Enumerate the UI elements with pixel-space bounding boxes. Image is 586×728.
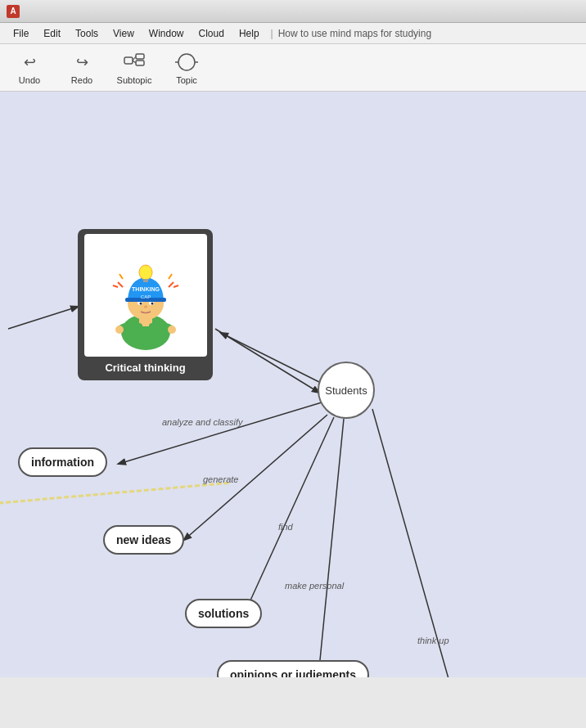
svg-line-30 (113, 285, 118, 287)
svg-line-13 (319, 419, 344, 668)
menu-view[interactable]: View (106, 26, 141, 41)
solutions-node[interactable]: solutions (185, 599, 262, 628)
help-text: How to use mind maps for studying (278, 28, 431, 39)
topic-icon (175, 51, 198, 74)
opinions-node[interactable]: opinions or judjements (217, 660, 369, 677)
menu-edit[interactable]: Edit (37, 26, 67, 41)
svg-line-31 (119, 274, 123, 279)
svg-point-27 (139, 265, 152, 280)
svg-point-23 (144, 306, 147, 308)
edge-label-analyze: analyze and classify (162, 417, 242, 427)
svg-point-5 (178, 54, 195, 70)
edge-label-make-personal: make personal (285, 581, 344, 591)
students-label: Students (325, 384, 367, 397)
titlebar: A (0, 0, 586, 23)
svg-line-10 (119, 402, 322, 464)
mindmap-canvas[interactable]: THINKING CAP Critical thinking (0, 92, 586, 677)
redo-button[interactable]: ↪ Redo (62, 51, 101, 85)
svg-text:THINKING: THINKING (132, 286, 160, 292)
undo-button[interactable]: ↩ Undo (10, 51, 49, 85)
topic-label: Topic (176, 75, 197, 85)
svg-point-22 (151, 303, 153, 305)
information-node[interactable]: information (18, 447, 107, 477)
svg-point-35 (115, 326, 124, 334)
solutions-label: solutions (198, 607, 249, 620)
svg-rect-0 (124, 57, 133, 64)
subtopic-button[interactable]: Subtopic (115, 51, 154, 85)
menu-cloud[interactable]: Cloud (192, 26, 231, 41)
new-ideas-label: new ideas (116, 533, 171, 546)
edge-label-think-up: think up (417, 636, 449, 645)
svg-line-29 (118, 282, 123, 287)
subtopic-label: Subtopic (117, 75, 152, 85)
svg-line-32 (169, 282, 174, 287)
toolbar: ↩ Undo ↪ Redo Subtopic Topic (0, 44, 586, 92)
topic-button[interactable]: Topic (167, 51, 206, 85)
undo-icon: ↩ (18, 51, 41, 74)
svg-line-33 (174, 285, 178, 287)
svg-text:CAP: CAP (140, 294, 150, 299)
svg-line-9 (8, 307, 78, 329)
critical-thinking-node[interactable]: THINKING CAP Critical thinking (78, 229, 213, 380)
svg-rect-2 (136, 61, 144, 65)
svg-line-8 (215, 329, 319, 393)
menu-separator: | (271, 28, 273, 39)
new-ideas-node[interactable]: new ideas (103, 525, 184, 555)
students-node[interactable]: Students (318, 362, 375, 419)
ct-image: THINKING CAP (84, 234, 207, 357)
redo-label: Redo (71, 75, 92, 85)
menu-tools[interactable]: Tools (69, 26, 105, 41)
subtopic-icon (123, 51, 146, 74)
svg-line-15 (221, 333, 319, 382)
critical-thinking-label: Critical thinking (105, 360, 185, 375)
menu-file[interactable]: File (7, 26, 35, 41)
svg-point-36 (168, 326, 176, 334)
opinions-label: opinions or judjements (230, 668, 356, 677)
app-icon: A (7, 5, 20, 18)
undo-label: Undo (19, 75, 40, 85)
edge-label-find: find (278, 522, 293, 532)
svg-rect-1 (136, 54, 144, 59)
menu-help[interactable]: Help (232, 26, 266, 41)
svg-rect-28 (143, 279, 148, 282)
menu-window[interactable]: Window (142, 26, 191, 41)
edge-label-generate: generate (203, 474, 238, 484)
svg-line-34 (169, 274, 172, 279)
decorative-line-1 (0, 482, 229, 506)
information-label: information (31, 456, 94, 469)
menubar: File Edit Tools View Window Cloud Help |… (0, 23, 586, 44)
redo-icon: ↪ (70, 51, 93, 74)
svg-point-21 (139, 303, 142, 305)
